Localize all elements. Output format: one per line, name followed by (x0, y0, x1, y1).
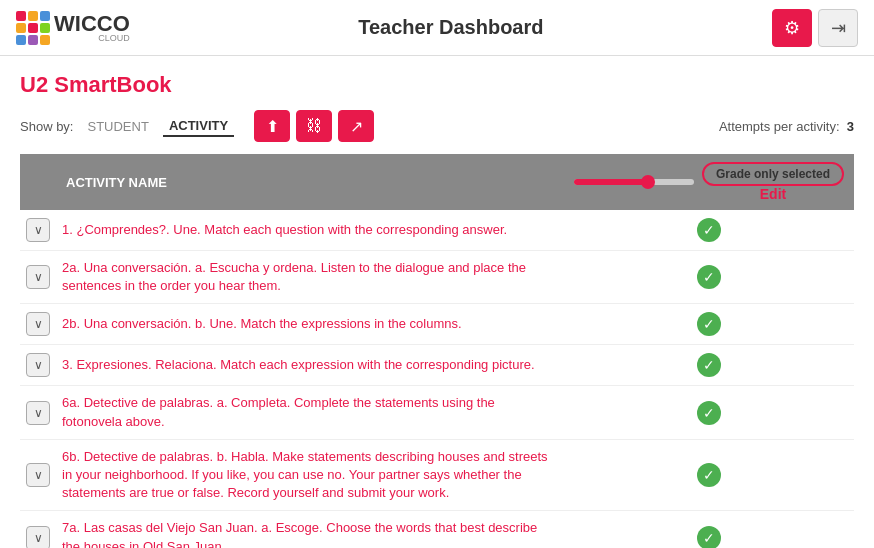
activity-name[interactable]: 3. Expresiones. Relaciona. Match each ex… (56, 345, 564, 386)
complete-icon: ✓ (697, 463, 721, 487)
table-row: ∨3. Expresiones. Relaciona. Match each e… (20, 345, 854, 386)
action-buttons: ⬆ ⛓ ↗ (254, 110, 374, 142)
activity-name[interactable]: 2b. Una conversación. b. Une. Match the … (56, 304, 564, 345)
activity-status: ✓ (564, 210, 854, 251)
activity-status: ✓ (564, 345, 854, 386)
activity-name[interactable]: 2a. Una conversación. a. Escucha y orden… (56, 251, 564, 304)
page-title: Teacher Dashboard (130, 16, 772, 39)
content-area: U2 SmartBook Show by: STUDENT ACTIVITY ⬆… (0, 56, 874, 548)
tab-activity[interactable]: ACTIVITY (163, 116, 234, 137)
expand-button[interactable]: ∨ (26, 312, 50, 336)
table-row: ∨7a. Las casas del Viejo San Juan. a. Es… (20, 511, 854, 548)
settings-icon: ⚙ (784, 17, 800, 39)
expand-button[interactable]: ∨ (26, 401, 50, 425)
expand-button[interactable]: ∨ (26, 218, 50, 242)
table-row: ∨1. ¿Comprendes?. Une. Match each questi… (20, 210, 854, 251)
link-button[interactable]: ⛓ (296, 110, 332, 142)
back-button[interactable]: ⇥ (818, 9, 858, 47)
edit-link[interactable]: Edit (702, 186, 844, 202)
table-row: ∨2a. Una conversación. a. Escucha y orde… (20, 251, 854, 304)
th-activity-name: ACTIVITY NAME (56, 154, 564, 210)
table-row: ∨6b. Detective de palabras. b. Habla. Ma… (20, 439, 854, 511)
upload-icon: ⬆ (266, 117, 279, 136)
attempts-count: 3 (847, 119, 854, 134)
th-grade: Grade only selected Edit (564, 154, 854, 210)
grade-only-container: Grade only selected Edit (702, 162, 844, 202)
progress-slider[interactable] (574, 179, 694, 185)
grade-only-label[interactable]: Grade only selected (702, 162, 844, 186)
complete-icon: ✓ (697, 353, 721, 377)
table-row: ∨2b. Una conversación. b. Une. Match the… (20, 304, 854, 345)
activity-status: ✓ (564, 439, 854, 511)
complete-icon: ✓ (697, 526, 721, 549)
logo-icon (16, 11, 50, 45)
activities-table: ACTIVITY NAME Grade only selected Edit (20, 154, 854, 548)
upload-button[interactable]: ⬆ (254, 110, 290, 142)
table-row: ∨6a. Detective de palabras. a. Completa.… (20, 386, 854, 439)
activity-status: ✓ (564, 386, 854, 439)
activity-status: ✓ (564, 304, 854, 345)
slider-fill (574, 179, 646, 185)
td-expand: ∨ (20, 210, 56, 251)
td-expand: ∨ (20, 251, 56, 304)
back-icon: ⇥ (831, 17, 846, 39)
logo-area: WICCO CLOUD (16, 11, 130, 45)
show-by-row: Show by: STUDENT ACTIVITY ⬆ ⛓ ↗ Attempts… (20, 110, 854, 142)
settings-button[interactable]: ⚙ (772, 9, 812, 47)
expand-button[interactable]: ∨ (26, 265, 50, 289)
link-icon: ⛓ (306, 117, 322, 135)
expand-button[interactable]: ∨ (26, 526, 50, 549)
show-by-label: Show by: (20, 119, 73, 134)
activity-name[interactable]: 7a. Las casas del Viejo San Juan. a. Esc… (56, 511, 564, 548)
tab-student[interactable]: STUDENT (81, 117, 154, 136)
complete-icon: ✓ (697, 265, 721, 289)
attempts-label: Attempts per activity: 3 (719, 119, 854, 134)
expand-button[interactable]: ∨ (26, 463, 50, 487)
activity-name[interactable]: 6b. Detective de palabras. b. Habla. Mak… (56, 439, 564, 511)
complete-icon: ✓ (697, 218, 721, 242)
td-expand: ∨ (20, 439, 56, 511)
complete-icon: ✓ (697, 401, 721, 425)
th-expand (20, 154, 56, 210)
header-actions: ⚙ ⇥ (772, 9, 858, 47)
logo-text: WICCO (54, 13, 130, 35)
table-header: ACTIVITY NAME Grade only selected Edit (20, 154, 854, 210)
td-expand: ∨ (20, 304, 56, 345)
td-expand: ∨ (20, 345, 56, 386)
smartbook-title: U2 SmartBook (20, 72, 854, 98)
share-button[interactable]: ↗ (338, 110, 374, 142)
activity-status: ✓ (564, 511, 854, 548)
td-expand: ∨ (20, 386, 56, 439)
activity-status: ✓ (564, 251, 854, 304)
expand-button[interactable]: ∨ (26, 353, 50, 377)
activity-name[interactable]: 6a. Detective de palabras. a. Completa. … (56, 386, 564, 439)
activities-list: ∨1. ¿Comprendes?. Une. Match each questi… (20, 210, 854, 548)
slider-thumb[interactable] (641, 175, 655, 189)
header: WICCO CLOUD Teacher Dashboard ⚙ ⇥ (0, 0, 874, 56)
activity-name[interactable]: 1. ¿Comprendes?. Une. Match each questio… (56, 210, 564, 251)
complete-icon: ✓ (697, 312, 721, 336)
td-expand: ∨ (20, 511, 56, 548)
share-icon: ↗ (350, 117, 363, 136)
